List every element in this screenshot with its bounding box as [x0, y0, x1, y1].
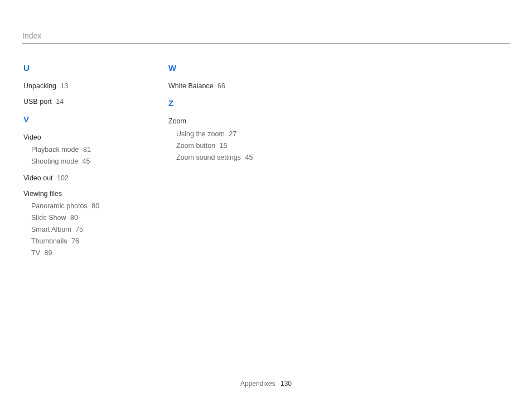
index-columns: U Unpacking 13 USB port 14 V Video Playb… [22, 63, 510, 265]
index-term: Video [23, 133, 41, 141]
index-term: Zoom button [176, 142, 215, 150]
index-subentry: Panoramic photos 80 [31, 200, 129, 212]
index-page: 76 [71, 237, 79, 245]
index-letter-z: Z [168, 98, 274, 108]
index-entry-video-out: Video out 102 [23, 174, 129, 183]
index-term: Using the zoom [176, 130, 225, 138]
index-term: Unpacking [23, 82, 56, 90]
index-subentry: Zoom sound settings 45 [176, 152, 274, 163]
index-page: 89 [44, 249, 52, 257]
index-term: White Balance [168, 82, 214, 90]
index-entry-viewing-files: Viewing files [23, 189, 129, 198]
footer-page-number: 130 [280, 380, 292, 387]
index-page: 14 [56, 98, 64, 106]
index-entry-white-balance: White Balance 66 [168, 82, 274, 90]
index-page: 75 [75, 226, 83, 233]
index-subentries-viewing-files: Panoramic photos 80 Slide Show 80 Smart … [23, 200, 129, 259]
index-entry-zoom: Zoom [168, 117, 274, 126]
index-page: 27 [229, 130, 236, 138]
index-page: 13 [61, 82, 69, 90]
index-subentries-zoom: Using the zoom 27 Zoom button 15 Zoom so… [168, 128, 274, 163]
index-entry-video: Video [23, 133, 129, 142]
index-term: Smart Album [31, 226, 71, 233]
index-letter-w: W [168, 63, 274, 73]
index-term: Viewing files [23, 190, 62, 198]
index-subentry: Shooting mode 45 [31, 156, 129, 167]
index-page: 102 [57, 174, 69, 182]
footer-section: Appendixes [240, 380, 275, 387]
index-page: 80 [70, 214, 78, 222]
index-subentry: Using the zoom 27 [176, 128, 274, 140]
index-page: 80 [91, 202, 99, 210]
index-term: Zoom sound settings [176, 154, 241, 161]
index-column-2: W White Balance 66 Z Zoom Using the zoom… [168, 63, 274, 265]
page: Index U Unpacking 13 USB port 14 V Video… [0, 0, 532, 402]
index-page: 81 [83, 146, 91, 154]
index-term: Shooting mode [31, 157, 78, 165]
index-page: 45 [245, 154, 253, 161]
index-subentries-video: Playback mode 81 Shooting mode 45 [23, 144, 129, 167]
index-term: Slide Show [31, 214, 66, 222]
index-term: TV [31, 249, 40, 257]
index-term: USB port [23, 98, 52, 106]
index-column-1: U Unpacking 13 USB port 14 V Video Playb… [23, 63, 129, 265]
index-letter-u: U [23, 63, 129, 73]
index-subentry: Smart Album 75 [31, 224, 129, 235]
index-term: Zoom [168, 117, 186, 125]
page-footer: Appendixes 130 [0, 380, 532, 387]
index-entry-unpacking: Unpacking 13 [23, 82, 129, 90]
index-subentry: Zoom button 15 [176, 140, 274, 151]
index-subentry: Thumbnails 76 [31, 236, 129, 247]
index-term: Playback mode [31, 146, 79, 154]
index-term: Video out [23, 174, 53, 182]
index-term: Thumbnails [31, 237, 67, 245]
index-page: 15 [220, 142, 228, 150]
index-subentry: Playback mode 81 [31, 144, 129, 155]
index-letter-v: V [23, 114, 129, 124]
index-page: 45 [83, 157, 90, 165]
index-subentry: TV 89 [31, 247, 129, 259]
index-subentry: Slide Show 80 [31, 212, 129, 223]
page-header: Index [22, 31, 510, 44]
index-term: Panoramic photos [31, 202, 88, 210]
index-entry-usb-port: USB port 14 [23, 97, 129, 106]
index-page: 66 [217, 82, 225, 90]
